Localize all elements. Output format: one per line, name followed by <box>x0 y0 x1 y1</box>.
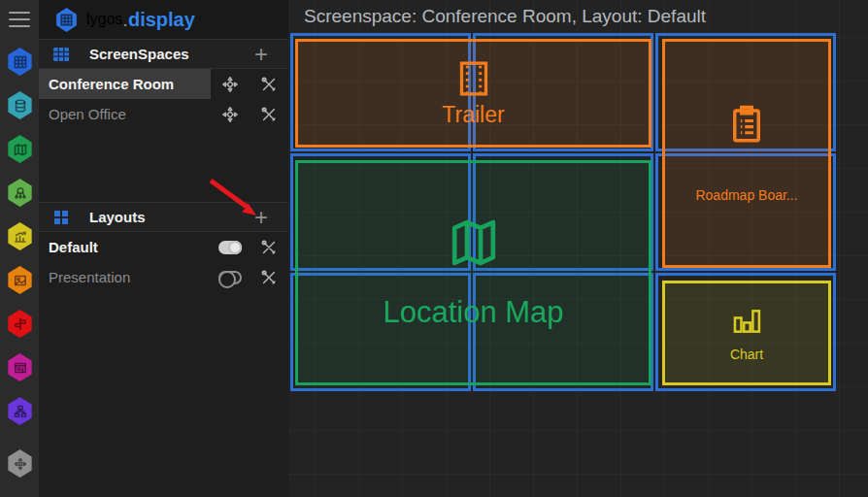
layout-item-presentation[interactable]: Presentation <box>39 262 288 292</box>
configure-screenspace-button[interactable] <box>250 105 288 124</box>
screenspace-label[interactable]: Conference Room <box>39 69 211 99</box>
layouts-title: Layouts <box>89 209 248 225</box>
tile-chart[interactable]: Chart <box>662 281 831 385</box>
move-icon <box>220 105 240 124</box>
clipboard-icon <box>726 104 767 145</box>
configure-layout-button[interactable] <box>250 268 288 287</box>
app-logo[interactable]: lygos.display <box>39 0 288 39</box>
toggle-on-icon <box>218 241 242 254</box>
configure-layout-button[interactable] <box>250 238 288 257</box>
move-screenspace-button[interactable] <box>211 105 250 124</box>
layout-label[interactable]: Presentation <box>39 262 211 292</box>
menu-icon[interactable] <box>9 12 30 27</box>
tools-icon <box>259 105 279 124</box>
tile-label: Location Map <box>383 295 563 330</box>
toggle-off-icon <box>218 271 242 284</box>
canvas-header-title: Screenspace: Conference Room, Layout: De… <box>304 6 706 27</box>
tile-label: Roadmap Boar... <box>695 187 797 203</box>
screenspaces-grid-icon <box>52 46 70 63</box>
screenspaces-add-button[interactable]: + <box>248 42 275 67</box>
film-icon <box>454 59 493 98</box>
layouts-add-button[interactable]: + <box>248 205 275 230</box>
bar-chart-icon <box>730 305 763 338</box>
layout-active-toggle[interactable] <box>211 241 250 254</box>
logo-text-primary: lygos <box>86 11 122 28</box>
tools-icon <box>259 75 279 94</box>
layout-active-toggle[interactable] <box>211 271 250 284</box>
network-hex-icon[interactable] <box>7 179 33 207</box>
tile-label: Chart <box>730 347 763 362</box>
sidebar-spacer <box>39 129 288 202</box>
analytics-hex-icon[interactable] <box>7 222 33 250</box>
tile-label: Trailer <box>442 102 504 128</box>
layout-label[interactable]: Default <box>39 232 211 262</box>
screenspaces-section-header: ScreenSpaces + <box>39 39 288 69</box>
database-hex-icon[interactable] <box>7 91 33 119</box>
move-icon <box>220 75 240 94</box>
forms-hex-icon[interactable] <box>7 353 33 381</box>
icon-rail <box>0 0 39 497</box>
sidebar: lygos.display ScreenSpaces + Conference … <box>39 0 288 497</box>
move-hex-icon[interactable] <box>7 449 33 478</box>
layout-item-default[interactable]: Default <box>39 232 288 262</box>
tools-icon <box>259 238 279 257</box>
screenspace-item-conference-room[interactable]: Conference Room <box>39 69 288 99</box>
screenspace-canvas[interactable]: Screenspace: Conference Room, Layout: De… <box>288 0 868 497</box>
screenspace-label[interactable]: Open Office <box>39 99 211 129</box>
logo-text-secondary: display <box>128 9 195 31</box>
media-hex-icon[interactable] <box>7 266 33 294</box>
tile-roadmap-board[interactable]: Roadmap Boar... <box>662 39 831 268</box>
map-hex-icon[interactable] <box>7 135 33 163</box>
logo-hexagon-grid-icon <box>54 7 79 33</box>
layouts-grid-icon <box>52 209 70 226</box>
screenspace-item-open-office[interactable]: Open Office <box>39 99 288 129</box>
screens-hex-icon[interactable] <box>7 48 33 76</box>
screenspaces-title: ScreenSpaces <box>89 46 248 62</box>
configure-screenspace-button[interactable] <box>250 75 288 94</box>
sitemap-hex-icon[interactable] <box>7 397 33 425</box>
app-window: lygos.display ScreenSpaces + Conference … <box>0 0 868 497</box>
tile-trailer[interactable]: Trailer <box>295 39 651 148</box>
map-icon <box>447 215 501 270</box>
tile-location-map[interactable]: Location Map <box>295 160 651 385</box>
signpost-hex-icon[interactable] <box>7 310 33 338</box>
layouts-section-header: Layouts + <box>39 202 288 232</box>
tools-icon <box>259 268 279 287</box>
move-screenspace-button[interactable] <box>211 75 250 94</box>
